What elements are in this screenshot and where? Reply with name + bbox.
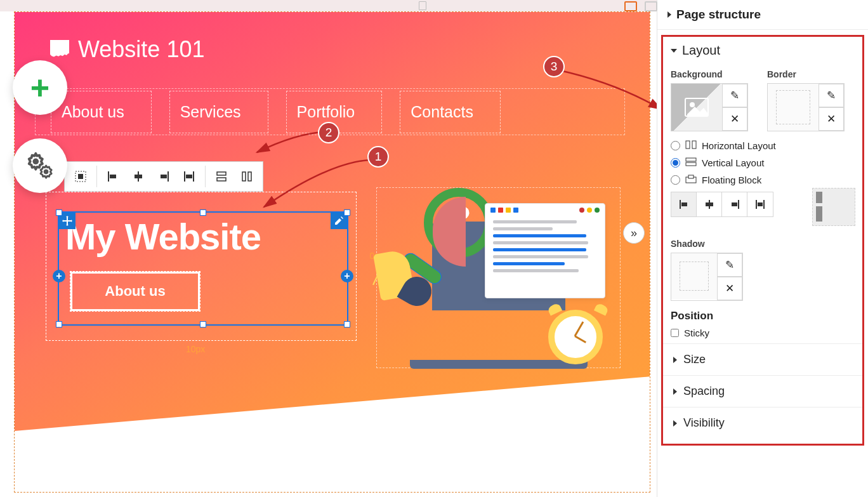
- svg-point-18: [690, 102, 695, 107]
- inner-align-buttons: [671, 192, 773, 217]
- background-edit-button[interactable]: ✎: [722, 84, 747, 107]
- layout-preview-thumb: [812, 188, 855, 226]
- pencil-icon: ✎: [725, 258, 734, 272]
- megaphone-icon: 〳〳〳: [377, 251, 447, 308]
- caret-down-icon: [671, 49, 677, 53]
- svg-rect-7: [161, 175, 167, 178]
- inner-align-center[interactable]: [697, 192, 722, 216]
- background-clear-button[interactable]: ✕: [722, 107, 747, 131]
- svg-rect-33: [758, 202, 763, 206]
- resize-handle[interactable]: [200, 321, 206, 328]
- panel-size[interactable]: Size: [663, 343, 862, 375]
- caret-right-icon: [667, 11, 671, 18]
- border-clear-button[interactable]: ✕: [819, 107, 844, 131]
- panel-layout: Layout Background ✎ ✕: [661, 35, 864, 446]
- close-icon: ✕: [730, 112, 739, 126]
- shadow-edit-button[interactable]: ✎: [717, 253, 742, 277]
- device-tablet-icon[interactable]: [624, 1, 637, 11]
- resize-handle[interactable]: [56, 321, 62, 328]
- panel-visibility[interactable]: Visibility: [663, 407, 862, 439]
- caret-right-icon: [673, 388, 677, 395]
- site-title: Website 101: [78, 36, 204, 63]
- rows-icon: [685, 157, 697, 168]
- nav-item-contacts[interactable]: Contacts: [400, 91, 501, 133]
- panel-page-structure[interactable]: Page structure: [657, 0, 868, 30]
- position-heading: Position: [671, 310, 855, 322]
- panel-spacing[interactable]: Spacing: [663, 375, 862, 407]
- columns-icon: [685, 140, 697, 151]
- sticky-checkbox[interactable]: Sticky: [671, 328, 855, 338]
- nav-item-services[interactable]: Services: [169, 91, 268, 133]
- toolbar-align-right-icon[interactable]: [153, 166, 174, 187]
- annotation-badge-3: 3: [543, 56, 565, 77]
- device-desktop-icon[interactable]: [645, 1, 657, 11]
- svg-rect-26: [681, 202, 687, 206]
- shadow-swatch[interactable]: [671, 253, 717, 299]
- toolbar-align-stretch-h-icon[interactable]: [178, 166, 200, 187]
- toolbar-stack-h-icon[interactable]: [236, 166, 258, 187]
- toolbar-stack-v-icon[interactable]: [211, 166, 232, 187]
- svg-rect-24: [688, 175, 694, 178]
- svg-rect-19: [686, 141, 690, 149]
- shadow-control: Shadow ✎ ✕: [671, 239, 855, 301]
- border-swatch[interactable]: [768, 84, 819, 131]
- selected-block[interactable]: + + My Website About us 0px 10px: [46, 192, 357, 341]
- layout-mode-radios: Horizontal Layout Vertical Layout Floati…: [671, 140, 855, 185]
- site-logo[interactable]: Website 101: [50, 36, 204, 63]
- inner-align-left[interactable]: [671, 192, 697, 216]
- pencil-icon: ✎: [827, 89, 836, 102]
- image-icon: [685, 98, 709, 117]
- svg-rect-3: [110, 175, 116, 178]
- add-right-icon[interactable]: +: [341, 270, 353, 282]
- below-hero-region[interactable]: [15, 444, 651, 492]
- resize-handle[interactable]: [56, 209, 62, 216]
- toolbar-align-left-icon[interactable]: [102, 166, 124, 187]
- pencil-icon: ✎: [730, 89, 739, 102]
- annotation-badge-2: 2: [318, 122, 339, 143]
- close-icon: ✕: [827, 112, 836, 126]
- expand-right-button[interactable]: »: [623, 222, 645, 244]
- annotation-badge-1: 1: [367, 146, 389, 168]
- add-element-button[interactable]: +: [13, 60, 67, 115]
- hero-heading[interactable]: My Website: [59, 213, 347, 258]
- inner-align-stretch[interactable]: [747, 192, 773, 216]
- svg-rect-11: [217, 172, 226, 175]
- resize-handle[interactable]: [344, 321, 350, 328]
- layout-title: Layout: [682, 43, 720, 58]
- resize-handle[interactable]: [200, 209, 206, 216]
- layout-title-row[interactable]: Layout: [663, 37, 862, 64]
- radio-vertical[interactable]: Vertical Layout: [671, 157, 855, 168]
- device-mobile-icon[interactable]: [419, 1, 426, 10]
- svg-rect-28: [706, 202, 713, 206]
- properties-sidebar: Page structure Layout Background ✎ ✕: [657, 0, 868, 497]
- caret-right-icon: [673, 420, 677, 427]
- selection-frame[interactable]: + + My Website About us: [58, 211, 348, 326]
- radio-floating[interactable]: Floating Block: [671, 175, 855, 185]
- background-control: Background ✎ ✕: [671, 69, 748, 131]
- shadow-clear-button[interactable]: ✕: [717, 277, 742, 300]
- toolbar-align-center-h-icon[interactable]: [128, 166, 149, 187]
- nav-item-about[interactable]: About us: [51, 91, 152, 133]
- inner-align-right[interactable]: [722, 192, 747, 216]
- radio-horizontal[interactable]: Horizontal Layout: [671, 140, 855, 151]
- hero-illustration[interactable]: 〳〳〳: [376, 187, 621, 368]
- svg-rect-10: [186, 175, 192, 178]
- background-swatch[interactable]: [671, 84, 722, 131]
- border-label: Border: [767, 69, 845, 79]
- border-edit-button[interactable]: ✎: [819, 84, 844, 107]
- svg-rect-13: [242, 172, 246, 181]
- toolbar-fit-icon[interactable]: [70, 166, 91, 187]
- close-icon: ✕: [725, 282, 734, 295]
- add-left-icon[interactable]: +: [53, 270, 65, 282]
- shadow-label: Shadow: [671, 239, 855, 249]
- background-label: Background: [671, 69, 748, 79]
- canvas[interactable]: Website 101 About us Services Portfolio …: [14, 11, 650, 493]
- browser-window-icon: [485, 203, 605, 298]
- hero-cta-button[interactable]: About us: [70, 272, 200, 311]
- border-control: Border ✎ ✕: [767, 69, 845, 131]
- settings-button[interactable]: [13, 138, 67, 193]
- panel-label: Page structure: [676, 8, 761, 22]
- svg-point-16: [44, 169, 49, 175]
- resize-handle[interactable]: [344, 209, 350, 216]
- gears-icon: [25, 151, 55, 180]
